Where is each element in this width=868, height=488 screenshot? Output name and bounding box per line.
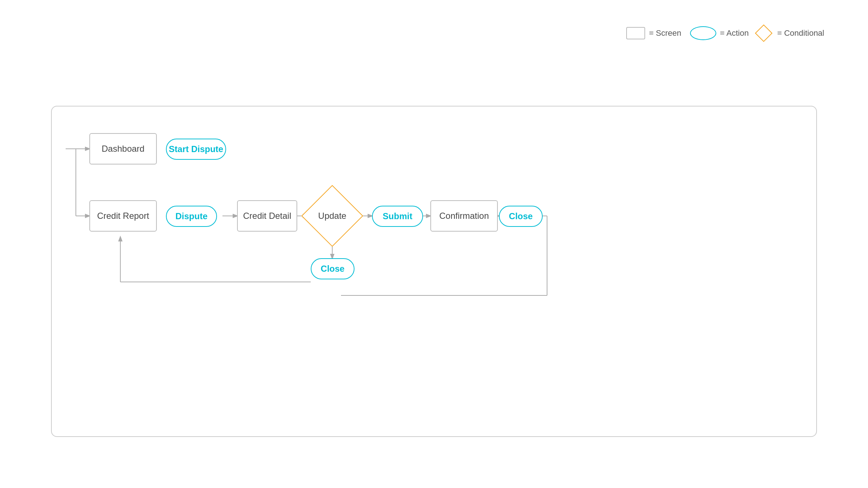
- legend: = Screen = Action = Conditional: [626, 26, 824, 40]
- start-dispute-node: Start Dispute: [166, 139, 226, 160]
- close-top-node: Close: [499, 206, 543, 227]
- legend-conditional-label: = Conditional: [777, 28, 824, 38]
- dispute-node: Dispute: [166, 206, 217, 227]
- confirmation-node: Confirmation: [430, 200, 498, 232]
- legend-screen-label: = Screen: [649, 28, 681, 38]
- legend-action: = Action: [690, 26, 749, 40]
- credit-detail-node: Credit Detail: [237, 200, 297, 232]
- credit-report-node: Credit Report: [89, 200, 157, 232]
- update-label: Update: [318, 211, 346, 221]
- dashboard-node: Dashboard: [89, 133, 157, 164]
- diagram-container: Dashboard Start Dispute Credit Report Di…: [29, 58, 839, 459]
- legend-conditional: = Conditional: [757, 27, 824, 39]
- submit-node: Submit: [372, 206, 423, 227]
- update-diamond-container: Update: [307, 193, 357, 239]
- legend-screen: = Screen: [626, 27, 681, 39]
- close-bottom-node: Close: [311, 258, 354, 279]
- outer-box: [51, 106, 817, 437]
- legend-action-label: = Action: [720, 28, 749, 38]
